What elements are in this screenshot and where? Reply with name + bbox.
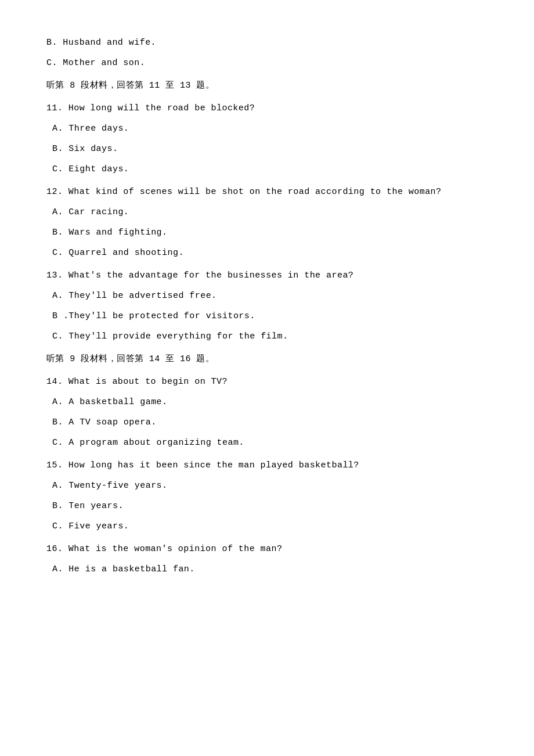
- option-b-wars: B. Wars and fighting.: [46, 225, 488, 240]
- option-c-five: C. Five years.: [46, 519, 488, 534]
- option-c-provide: C. They'll provide everything for the fi…: [46, 329, 488, 344]
- option-a-basketball: A. A basketball game.: [46, 394, 488, 410]
- option-c-quarrel: C. Quarrel and shooting.: [46, 245, 488, 261]
- option-a-car: A. Car racing.: [46, 204, 488, 220]
- option-a-advertised: A. They'll be advertised free.: [46, 288, 488, 304]
- question-15: 15. How long has it been since the man p…: [46, 458, 488, 473]
- option-b-protected: B .They'll be protected for visitors.: [46, 308, 488, 324]
- section-9-header: 听第 9 段材料，回答第 14 至 16 题。: [46, 351, 488, 367]
- option-a-twentyfive: A. Twenty-five years.: [46, 478, 488, 494]
- option-c-eight: C. Eight days.: [46, 161, 488, 177]
- option-a-fan: A. He is a basketball fan.: [46, 561, 488, 577]
- option-a-three: A. Three days.: [46, 121, 488, 136]
- question-11: 11. How long will the road be blocked?: [46, 100, 488, 116]
- option-b-six: B. Six days.: [46, 141, 488, 157]
- option-b-tvsoap: B. A TV soap opera.: [46, 415, 488, 430]
- question-14: 14. What is about to begin on TV?: [46, 374, 488, 390]
- question-13: 13. What's the advantage for the busines…: [46, 268, 488, 283]
- option-c-mother: C. Mother and son.: [46, 55, 488, 71]
- option-b-husband: B. Husband and wife.: [46, 35, 488, 51]
- option-c-program: C. A program about organizing team.: [46, 435, 488, 451]
- option-b-ten: B. Ten years.: [46, 498, 488, 514]
- exam-content: B. Husband and wife. C. Mother and son. …: [46, 35, 488, 577]
- section-8-header: 听第 8 段材料，回答第 11 至 13 题。: [46, 78, 488, 93]
- question-16: 16. What is the woman's opinion of the m…: [46, 541, 488, 557]
- question-12: 12. What kind of scenes will be shot on …: [46, 184, 488, 200]
